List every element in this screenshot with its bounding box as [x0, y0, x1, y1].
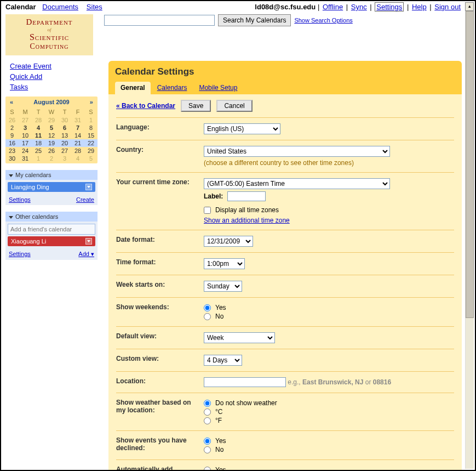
mini-calendar-day[interactable]: 1: [84, 116, 98, 124]
language-select[interactable]: English (US): [204, 123, 280, 134]
calendar-item[interactable]: Xiaoguang Li: [8, 236, 95, 246]
next-month-button[interactable]: »: [90, 99, 93, 105]
nav-sync[interactable]: Sync: [351, 3, 367, 11]
mini-calendar-day[interactable]: 26: [5, 116, 19, 124]
tab-general[interactable]: General: [115, 82, 151, 94]
timefmt-select[interactable]: 1:00pm: [204, 258, 245, 269]
mini-calendar-day[interactable]: 5: [45, 124, 58, 132]
country-select[interactable]: United States: [204, 146, 390, 157]
calendar-item-menu-icon[interactable]: [85, 238, 92, 245]
nav-signout[interactable]: Sign out: [434, 3, 461, 11]
mini-calendar-day[interactable]: 31: [19, 155, 32, 162]
declined-no-radio[interactable]: [204, 446, 211, 453]
search-input[interactable]: [104, 15, 215, 26]
tz-label-input[interactable]: [227, 191, 266, 201]
mini-calendar-day[interactable]: 4: [71, 155, 84, 162]
mini-calendar-day[interactable]: 30: [5, 155, 19, 162]
mini-calendar-day[interactable]: 7: [71, 124, 84, 132]
mini-calendar-day[interactable]: 16: [5, 139, 19, 147]
mini-calendar-day[interactable]: 5: [84, 155, 98, 162]
search-button[interactable]: Search My Calendars: [218, 14, 291, 26]
mini-calendar-day[interactable]: 13: [58, 132, 71, 139]
nav-offline[interactable]: Offline: [323, 3, 343, 11]
mini-calendar-day[interactable]: 29: [45, 116, 58, 124]
country-hint: (choose a different country to see other…: [204, 159, 454, 167]
tasks-link[interactable]: Tasks: [10, 83, 98, 91]
weather-c-radio[interactable]: [204, 408, 211, 416]
weekstart-select[interactable]: Sunday: [204, 281, 242, 292]
mini-calendar-day[interactable]: 28: [32, 116, 45, 124]
mini-calendar-day[interactable]: 26: [45, 147, 58, 155]
mini-calendar-day[interactable]: 10: [19, 132, 32, 139]
calendar-item-menu-icon[interactable]: [85, 184, 92, 190]
mini-calendar-day[interactable]: 17: [19, 139, 32, 147]
calendar-item-label: Xiaoguang Li: [11, 238, 46, 245]
mini-calendar-day[interactable]: 25: [32, 147, 45, 155]
mini-calendar-day[interactable]: 14: [71, 132, 84, 139]
nav-sites[interactable]: Sites: [87, 3, 102, 11]
country-label: Country:: [116, 146, 204, 167]
weather-none-radio[interactable]: [204, 400, 211, 407]
mini-calendar-day[interactable]: 24: [19, 147, 32, 155]
save-button[interactable]: Save: [181, 100, 211, 112]
mini-calendar-grid[interactable]: SMTWTFS262728293031123456789101112131415…: [5, 107, 98, 162]
datefmt-select[interactable]: 12/31/2009: [204, 236, 253, 247]
mini-calendar-day[interactable]: 20: [58, 139, 71, 147]
mycals-settings-link[interactable]: Settings: [9, 196, 31, 203]
mini-calendar-day[interactable]: 3: [19, 124, 32, 132]
create-event-link[interactable]: Create Event: [10, 62, 98, 70]
search-options-link[interactable]: Show Search Options: [294, 17, 352, 24]
weather-f-radio[interactable]: [204, 417, 211, 424]
nav-documents[interactable]: Documents: [42, 3, 78, 11]
mini-calendar-day[interactable]: 1: [32, 155, 45, 162]
mini-calendar-day[interactable]: 12: [45, 132, 58, 139]
nav-settings[interactable]: Settings: [375, 2, 404, 12]
quick-add-link[interactable]: Quick Add: [10, 72, 98, 81]
mini-calendar-day[interactable]: 21: [71, 139, 84, 147]
cancel-button[interactable]: Cancel: [216, 100, 252, 112]
mini-calendar-day[interactable]: 28: [71, 147, 84, 155]
display-all-tz-checkbox[interactable]: [204, 207, 211, 214]
mycals-create-link[interactable]: Create: [76, 196, 94, 203]
nav-help[interactable]: Help: [412, 3, 427, 11]
mini-calendar-day[interactable]: 11: [32, 132, 45, 139]
back-to-calendar-link[interactable]: « Back to Calendar: [116, 102, 175, 110]
mini-calendar-day[interactable]: 19: [45, 139, 58, 147]
mini-calendar-day[interactable]: 2: [45, 155, 58, 162]
weekends-no-radio[interactable]: [204, 313, 211, 320]
scroll-up-icon[interactable]: ▴: [465, 2, 474, 11]
defview-select[interactable]: Week: [204, 332, 275, 343]
additional-tz-link[interactable]: Show an additional time zone: [204, 217, 290, 224]
mini-calendar-day[interactable]: 30: [58, 116, 71, 124]
mini-calendar-day[interactable]: 29: [84, 147, 98, 155]
tab-mobile[interactable]: Mobile Setup: [193, 82, 243, 94]
mini-calendar-day[interactable]: 22: [84, 139, 98, 147]
weekends-yes-radio[interactable]: [204, 304, 211, 311]
mini-calendar-day[interactable]: 23: [5, 147, 19, 155]
mini-calendar-day[interactable]: 3: [58, 155, 71, 162]
calendar-item[interactable]: Liangjing Ding: [8, 182, 95, 192]
mini-calendar-day[interactable]: 4: [32, 124, 45, 132]
custview-select[interactable]: 4 Days: [204, 355, 242, 366]
timezone-select[interactable]: (GMT-05:00) Eastern Time: [204, 178, 390, 189]
mini-calendar-day[interactable]: 9: [5, 132, 19, 139]
mini-calendar-day[interactable]: 2: [5, 124, 19, 132]
location-input[interactable]: [204, 377, 286, 387]
mini-calendar-day[interactable]: 18: [32, 139, 45, 147]
tab-calendars[interactable]: Calendars: [152, 82, 193, 94]
my-calendars-header[interactable]: My calendars: [5, 170, 98, 180]
mini-calendar-day[interactable]: 8: [84, 124, 98, 132]
other-calendars-header[interactable]: Other calendars: [5, 212, 98, 222]
declined-yes-radio[interactable]: [204, 438, 211, 445]
add-friend-input[interactable]: [8, 224, 95, 235]
mini-calendar-day[interactable]: 27: [19, 116, 32, 124]
othercals-settings-link[interactable]: Settings: [9, 251, 31, 258]
mini-calendar-day[interactable]: 27: [58, 147, 71, 155]
autoinv-yes-radio[interactable]: [204, 467, 211, 470]
scrollbar[interactable]: [465, 11, 474, 469]
mini-calendar-day[interactable]: 6: [58, 124, 71, 132]
mini-calendar-day[interactable]: 15: [84, 132, 98, 139]
othercals-add-link[interactable]: Add ▾: [78, 251, 94, 258]
mini-calendar-day[interactable]: 31: [71, 116, 84, 124]
prev-month-button[interactable]: «: [10, 99, 13, 105]
